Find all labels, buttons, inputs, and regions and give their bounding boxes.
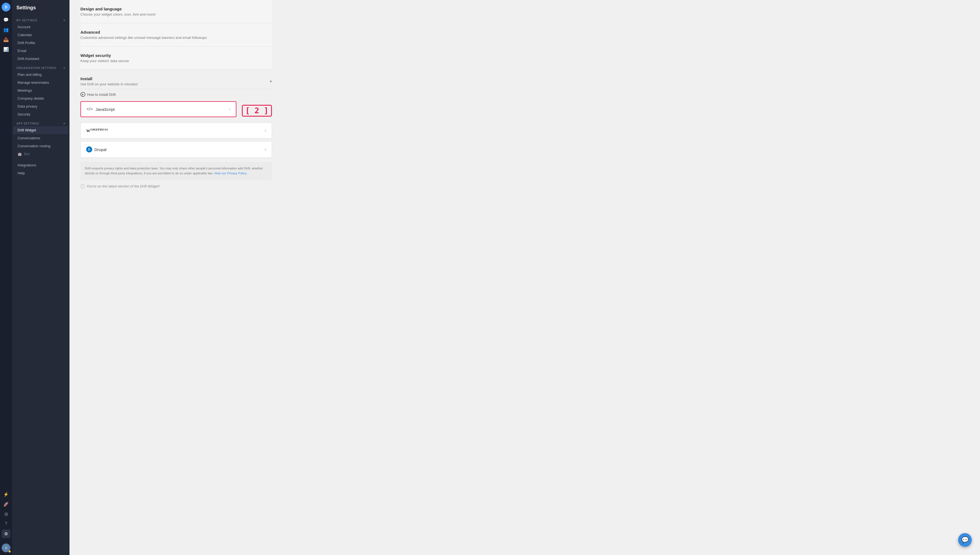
- javascript-install-card[interactable]: </> JavaScript ›: [80, 101, 236, 117]
- design-language-desc: Choose your widget colors, icon, font an…: [80, 12, 156, 16]
- avatar-badge: [8, 550, 11, 553]
- sidebar-item-drift-widget[interactable]: Drift Widget: [13, 126, 69, 134]
- gear-nav-icon[interactable]: ⚙: [2, 529, 10, 538]
- sidebar-item-integrations[interactable]: Integrations: [13, 161, 69, 169]
- widget-security-desc: Keep your visitors' data secure: [80, 59, 129, 63]
- sidebar-item-account[interactable]: Account: [13, 23, 69, 31]
- design-language-text: Design and language Choose your widget c…: [80, 6, 156, 16]
- play-icon: ▶: [80, 92, 85, 97]
- install-title: Install: [80, 76, 138, 81]
- lightning-nav-icon[interactable]: ⚡: [2, 490, 10, 499]
- drupal-card-label: D Drupal: [86, 146, 106, 152]
- sidebar-item-conversation-routing[interactable]: Conversation routing: [13, 142, 69, 150]
- sidebar-item-email[interactable]: Email: [13, 47, 69, 55]
- advanced-title: Advanced: [80, 30, 207, 34]
- install-header: Install Get Drift on your website in min…: [80, 70, 272, 89]
- advanced-desc: Customize advanced settings like unread …: [80, 35, 207, 40]
- javascript-card-chevron: ›: [229, 107, 230, 112]
- widget-security-title: Widget security: [80, 53, 129, 58]
- app-settings-header: APP SETTINGS ▾: [12, 118, 69, 126]
- analytics-nav-icon[interactable]: 📊: [2, 45, 10, 54]
- latest-version-text: i You're on the latest version of the Dr…: [80, 184, 272, 189]
- sidebar-item-bot[interactable]: 🤖 Bot: [13, 150, 69, 158]
- wordpress-install-card[interactable]: WORDPRESS ›: [80, 123, 272, 138]
- widget-security-text: Widget security Keep your visitors' data…: [80, 53, 129, 63]
- sidebar-item-help[interactable]: Help: [13, 169, 69, 177]
- users-nav-icon[interactable]: 👥: [2, 25, 10, 34]
- install-desc: Get Drift on your website in minutes!: [80, 82, 138, 86]
- install-how-to-link[interactable]: ▶ How to install Drift: [80, 89, 272, 101]
- help-nav-icon[interactable]: ?: [2, 520, 10, 528]
- app-settings-chevron: ▾: [64, 122, 65, 125]
- drupal-install-card[interactable]: D Drupal ›: [80, 141, 272, 158]
- advanced-text: Advanced Customize advanced settings lik…: [80, 30, 207, 40]
- user-avatar[interactable]: U: [2, 544, 10, 552]
- sidebar-item-calendar[interactable]: Calendar: [13, 31, 69, 39]
- sidebar-item-conversations[interactable]: Conversations: [13, 134, 69, 142]
- sidebar-title: Settings: [12, 0, 69, 15]
- sidebar-item-security[interactable]: Security: [13, 110, 69, 118]
- sidebar-item-plan-billing[interactable]: Plan and billing: [13, 71, 69, 79]
- privacy-text: Drift respects privacy rights and data p…: [80, 162, 272, 180]
- advanced-row[interactable]: Advanced Customize advanced settings lik…: [80, 23, 272, 47]
- org-settings-chevron: ▾: [64, 66, 65, 69]
- privacy-policy-link[interactable]: View our Privacy Policy.: [214, 172, 247, 175]
- sidebar-item-meetings[interactable]: Meetings: [13, 87, 69, 95]
- sidebar-item-data-privacy[interactable]: Data privacy: [13, 103, 69, 110]
- app-logo[interactable]: D: [2, 3, 10, 11]
- wordpress-card-label: WORDPRESS: [86, 128, 108, 133]
- main-content: Design and language Choose your widget c…: [69, 0, 980, 555]
- sidebar-item-company-details[interactable]: Company details: [13, 95, 69, 103]
- content-section: Design and language Choose your widget c…: [80, 0, 272, 189]
- wordpress-card-chevron: ›: [265, 128, 266, 133]
- wordpress-logo: WORDPRESS: [86, 128, 108, 133]
- code-icon: </>: [86, 107, 93, 112]
- badge-label: [ 2 ]: [242, 105, 272, 117]
- chat-fab-icon: 💬: [961, 536, 969, 544]
- info-icon: i: [80, 184, 85, 189]
- design-language-row[interactable]: Design and language Choose your widget c…: [80, 0, 272, 23]
- install-chevron[interactable]: ▾: [270, 79, 272, 84]
- sidebar-item-drift-profile[interactable]: Drift Profile: [13, 39, 69, 47]
- sidebar-item-manage-teammates[interactable]: Manage teammates: [13, 79, 69, 87]
- rocket-nav-icon[interactable]: 🚀: [2, 500, 10, 508]
- design-language-title: Design and language: [80, 6, 156, 11]
- inbox-nav-icon[interactable]: 📥: [2, 35, 10, 44]
- sidebar: Settings MY SETTINGS ▾ Account Calendar …: [12, 0, 69, 555]
- icon-rail: D 💬 👥 📥 📊 ⚡ 🚀 ⊞ ? ⚙ U: [0, 0, 12, 555]
- drupal-card-chevron: ›: [265, 147, 266, 152]
- my-settings-header: MY SETTINGS ▾: [12, 15, 69, 23]
- sidebar-item-drift-assistant[interactable]: Drift Assistant: [13, 55, 69, 63]
- drupal-icon: D: [86, 146, 92, 152]
- org-settings-header: ORGANIZATION SETTINGS ▾: [12, 63, 69, 71]
- grid-nav-icon[interactable]: ⊞: [2, 510, 10, 518]
- chat-fab-button[interactable]: 💬: [958, 533, 972, 547]
- chat-nav-icon[interactable]: 💬: [2, 15, 10, 24]
- widget-security-row[interactable]: Widget security Keep your visitors' data…: [80, 47, 272, 70]
- bot-icon: 🤖: [18, 152, 22, 156]
- my-settings-chevron: ▾: [64, 19, 65, 22]
- javascript-card-label: </> JavaScript: [86, 107, 115, 112]
